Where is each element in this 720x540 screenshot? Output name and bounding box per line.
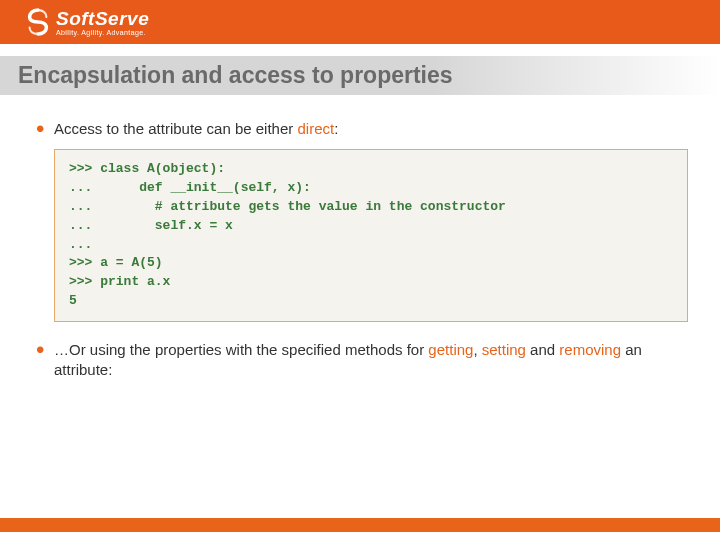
code-block: >>> class A(object): ... def __init__(se… [54,149,688,322]
bullet-1: Access to the attribute can be either di… [32,119,688,139]
bullet-2-accent-2: setting [482,341,526,358]
bullet-2: …Or using the properties with the specif… [32,340,688,381]
logo-name: SoftServe [56,9,149,28]
bullet-2-sep-2: and [526,341,559,358]
logo-icon [24,8,52,36]
content: Access to the attribute can be either di… [0,95,720,381]
bullet-2-sep-1: , [473,341,481,358]
bullet-2-accent-3: removing [559,341,621,358]
bullet-2-accent-1: getting [428,341,473,358]
bullet-1-accent: direct [297,120,334,137]
logo-tagline: Ability. Agility. Advantage. [56,29,149,36]
logo: SoftServe Ability. Agility. Advantage. [24,8,149,36]
brand-header: SoftServe Ability. Agility. Advantage. [0,0,720,44]
bullet-1-text-pre: Access to the attribute can be either [54,120,297,137]
bullet-2-text-pre: …Or using the properties with the specif… [54,341,428,358]
title-bar: Encapsulation and access to properties [0,56,720,95]
footer-bar [0,518,720,532]
page-title: Encapsulation and access to properties [18,62,702,89]
bullet-1-text-post: : [334,120,338,137]
